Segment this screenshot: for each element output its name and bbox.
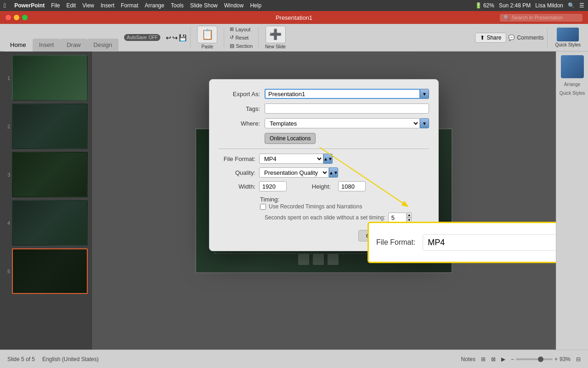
slide-thumbnail-4[interactable] — [12, 200, 88, 246]
height-input[interactable] — [338, 181, 366, 191]
layout-button[interactable]: ⊞ Layout — [228, 26, 254, 33]
file-format-select-row: MP4 ▲▼ — [259, 154, 333, 164]
toolbar-separator-2 — [224, 28, 224, 48]
seconds-up[interactable]: ▲ — [407, 213, 412, 218]
save-icon[interactable]: 💾 — [179, 34, 187, 41]
menu-bar-left:  PowerPoint File Edit View Insert Forma… — [4, 2, 261, 9]
comments-icon: 💬 — [508, 34, 515, 41]
tags-label: Tags: — [219, 105, 265, 112]
menu-slideshow[interactable]: Slide Show — [190, 2, 218, 9]
width-input[interactable] — [259, 181, 287, 191]
share-label: Share — [486, 34, 501, 41]
tags-input[interactable] — [265, 104, 429, 114]
redo-icon[interactable]: ↪ — [172, 34, 178, 41]
menu-help[interactable]: Help — [250, 2, 261, 9]
quick-styles-right-label: Quick Styles — [560, 91, 585, 96]
title-bar-right: 🔍 Search in Presentation — [500, 14, 582, 22]
paste-label: Paste — [202, 44, 214, 49]
slide-number-4: 4 — [4, 220, 10, 226]
zoom-in-icon[interactable]: + — [554, 356, 558, 362]
zoom-control: − + 93% — [511, 356, 571, 362]
view-normal-icon[interactable]: ⊞ — [481, 356, 486, 362]
comments-button[interactable]: 💬 Comments — [508, 34, 543, 41]
file-format-row: File Format: MP4 ▲▼ — [219, 154, 429, 164]
view-grid-icon[interactable]: ⊠ — [491, 356, 496, 362]
timing-checkbox-row: Use Recorded Timings and Narrations — [260, 203, 429, 210]
comments-label: Comments — [517, 34, 543, 41]
tab-insert[interactable]: Insert — [33, 39, 61, 52]
minimize-button[interactable] — [14, 15, 19, 20]
quick-styles-preview — [557, 28, 579, 41]
file-format-arrow[interactable]: ▲▼ — [323, 154, 333, 164]
where-dropdown[interactable]: ▼ — [420, 118, 429, 128]
layout-icon: ⊞ — [230, 26, 234, 32]
menu-bar:  PowerPoint File Edit View Insert Forma… — [0, 0, 588, 11]
clock: Sun 2:48 PM — [499, 2, 531, 9]
share-button[interactable]: ⬆ Share — [475, 33, 506, 43]
callout-file-format-input[interactable] — [423, 234, 556, 251]
arrange-label: Arrange — [564, 82, 581, 87]
menu-edit[interactable]: Edit — [66, 2, 76, 9]
tab-design[interactable]: Design — [87, 39, 119, 52]
quality-arrow[interactable]: ▲▼ — [329, 167, 338, 178]
tags-row: Tags: — [219, 104, 429, 114]
slide-row-4: 4 — [4, 200, 88, 246]
menu-file[interactable]: File — [51, 2, 60, 9]
autosave-toggle[interactable]: AutoSave OFF — [124, 34, 160, 41]
app-menu[interactable]: PowerPoint — [14, 2, 45, 9]
online-locations-button[interactable]: Online Locations — [265, 133, 316, 144]
slide-thumbnail-1[interactable] — [12, 55, 88, 101]
battery-icon: 🔋 62% — [475, 2, 494, 9]
search-bar[interactable]: 🔍 Search in Presentation — [500, 14, 582, 22]
tab-home[interactable]: Home — [4, 39, 33, 52]
paste-button[interactable]: 📋 — [197, 26, 217, 43]
menu-window[interactable]: Window — [224, 2, 244, 9]
zoom-thumb — [538, 356, 543, 362]
export-as-dropdown[interactable]: ▼ — [420, 89, 429, 99]
tab-draw[interactable]: Draw — [60, 39, 87, 52]
search-icon[interactable]: 🔍 — [568, 2, 575, 9]
slide-number-1: 1 — [4, 75, 10, 81]
notification-icon[interactable]: ☰ — [579, 2, 584, 9]
menu-view[interactable]: View — [82, 2, 94, 9]
search-icon: 🔍 — [503, 15, 510, 21]
menu-format[interactable]: Format — [121, 2, 138, 9]
toolbar-separator-3 — [258, 28, 259, 48]
file-format-select[interactable]: MP4 — [259, 154, 323, 164]
seconds-input[interactable] — [388, 213, 407, 223]
slide-number-3: 3 — [4, 172, 10, 178]
new-slide-button[interactable]: ➕ — [266, 26, 286, 43]
undo-icon[interactable]: ↩ — [166, 34, 171, 41]
menu-arrange[interactable]: Arrange — [145, 2, 164, 9]
notes-button[interactable]: Notes — [461, 356, 475, 362]
fit-window-icon[interactable]: ⊟ — [576, 356, 581, 362]
zoom-slider[interactable] — [516, 358, 553, 360]
wh-row: Height: — [259, 181, 366, 191]
autosave-state: OFF — [148, 35, 158, 40]
layout-label: Layout — [235, 27, 250, 32]
quick-styles-label: Quick Styles — [555, 42, 581, 47]
timing-checkbox[interactable] — [260, 204, 266, 210]
file-format-label: File Format: — [219, 155, 255, 162]
menu-insert[interactable]: Insert — [101, 2, 114, 9]
where-row: Where: Templates ▼ — [219, 118, 429, 128]
slide-thumbnail-3[interactable] — [12, 152, 88, 197]
menu-tools[interactable]: Tools — [171, 2, 184, 9]
zoom-out-icon[interactable]: − — [511, 356, 514, 362]
section-button[interactable]: ▤ Section — [228, 42, 254, 49]
maximize-button[interactable] — [22, 15, 28, 20]
slide-row-3: 3 — [4, 152, 88, 197]
slide-thumbnail-5[interactable] — [12, 248, 88, 294]
view-present-icon[interactable]: ▶ — [501, 356, 505, 362]
callout-value-box: ▲▼ — [423, 234, 556, 251]
apple-menu[interactable]:  — [4, 2, 6, 9]
slide-thumbnail-2[interactable] — [12, 104, 88, 149]
close-button[interactable] — [6, 15, 11, 20]
zoom-level: 93% — [560, 356, 571, 362]
right-panel-preview — [561, 55, 584, 78]
section-icon: ▤ — [230, 43, 234, 49]
where-select[interactable]: Templates — [265, 118, 420, 128]
quality-select[interactable]: Presentation Quality — [259, 167, 329, 178]
reset-button[interactable]: ↺ Reset — [228, 34, 254, 41]
export-as-input[interactable] — [265, 89, 420, 99]
